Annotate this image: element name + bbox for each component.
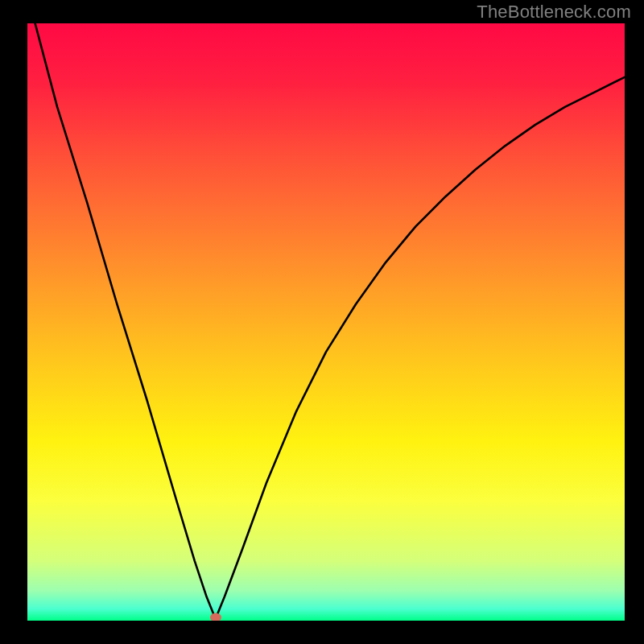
- chart-frame: TheBottleneck.com: [0, 0, 644, 644]
- plot-area: [27, 23, 625, 621]
- curve-line: [27, 23, 625, 621]
- minimum-marker-icon: [210, 613, 221, 621]
- watermark-text: TheBottleneck.com: [477, 2, 631, 23]
